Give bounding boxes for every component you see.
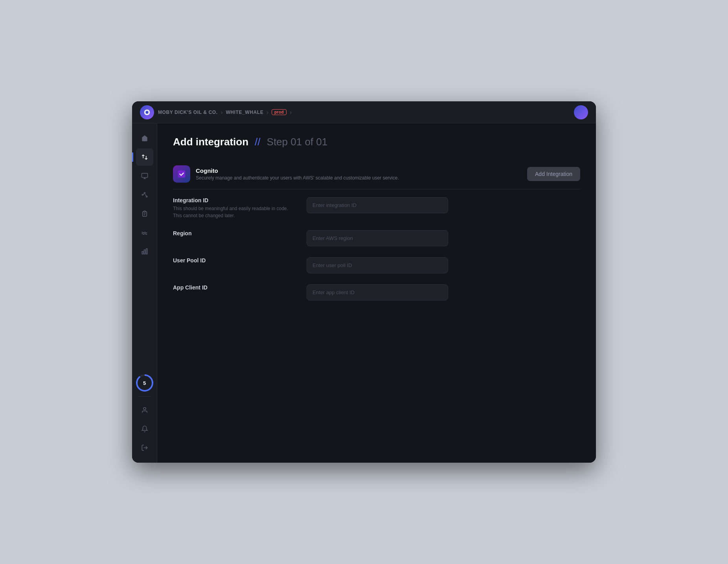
add-integration-button[interactable]: Add Integration [527, 167, 580, 181]
svg-point-10 [143, 407, 146, 410]
svg-point-4 [144, 192, 145, 194]
field-name-region: Region [173, 230, 191, 236]
home-icon [141, 135, 148, 142]
svg-rect-6 [143, 211, 145, 212]
sidebar-item-waves[interactable] [136, 224, 153, 241]
arrows-icon [141, 154, 148, 161]
svg-rect-2 [142, 173, 147, 178]
input-app-client-id[interactable] [307, 284, 448, 300]
sidebar-divider [138, 396, 151, 397]
form-input-wrapper-user-pool-id [307, 257, 448, 273]
form-section: Integration ID This should be meaningful… [173, 197, 580, 300]
input-user-pool-id[interactable] [307, 257, 448, 273]
monitor-icon [141, 172, 148, 179]
form-label-integration-id: Integration ID [173, 197, 291, 203]
waves-icon [141, 229, 148, 236]
svg-point-1 [145, 111, 148, 114]
sidebar-item-notification[interactable] [136, 420, 153, 438]
form-row-region: Region [173, 230, 580, 246]
integration-card: Cognito Securely manage and authenticate… [173, 159, 580, 189]
breadcrumb-project: WHITE_WHALE [226, 110, 263, 115]
field-description-integration-id: This should be meaningful and easily rea… [173, 205, 291, 219]
main-content: Add integration // Step 01 of 01 Cognit [157, 123, 596, 463]
page-title-sep: // [255, 136, 260, 148]
sidebar-item-home[interactable] [136, 130, 153, 147]
form-row-user-pool-id: User Pool ID [173, 257, 580, 273]
sidebar-badge[interactable]: 5 [136, 374, 153, 392]
breadcrumb-sep-1: › [221, 109, 223, 115]
form-label-user-pool-id: User Pool ID [173, 257, 291, 264]
input-region[interactable] [307, 230, 448, 246]
badge-progress-circle: 5 [136, 374, 153, 392]
form-row-integration-id: Integration ID This should be meaningful… [173, 197, 580, 219]
sidebar-item-user[interactable] [136, 401, 153, 419]
input-integration-id[interactable] [307, 197, 448, 213]
clipboard-icon [141, 210, 148, 217]
badge-value: 5 [138, 376, 152, 390]
integration-info: Cognito Securely manage and authenticate… [173, 165, 399, 183]
page-title-main: Add integration [173, 136, 248, 148]
form-label-app-client-id: App Client ID [173, 284, 291, 291]
svg-rect-7 [142, 251, 143, 254]
form-label-region: Region [173, 230, 291, 236]
header-left: MOBY DICK'S OIL & CO. › WHITE_WHALE › pr… [140, 105, 292, 119]
form-label-group-integration-id: Integration ID This should be meaningful… [173, 197, 291, 219]
page-title-sub: Step 01 of 01 [267, 136, 328, 148]
field-name-user-pool-id: User Pool ID [173, 257, 206, 264]
sidebar-item-graph[interactable] [136, 186, 153, 203]
page-title: Add integration // Step 01 of 01 [173, 136, 580, 148]
sidebar: 5 [132, 123, 157, 463]
form-input-wrapper-app-client-id [307, 284, 448, 300]
svg-rect-12 [178, 170, 186, 178]
form-row-app-client-id: App Client ID [173, 284, 580, 300]
notification-icon [141, 425, 148, 432]
integration-description: Securely manage and authenticate your us… [196, 175, 399, 181]
breadcrumb-company: MOBY DICK'S OIL & CO. [158, 110, 218, 115]
svg-point-5 [146, 196, 147, 197]
logout-icon [141, 444, 148, 451]
chart-icon [141, 248, 148, 255]
form-input-wrapper-integration-id [307, 197, 448, 213]
logo-icon [143, 108, 151, 117]
form-label-group-app-client-id: App Client ID [173, 284, 291, 292]
sidebar-top [136, 130, 153, 374]
sidebar-item-clipboard[interactable] [136, 205, 153, 222]
svg-rect-8 [144, 250, 145, 254]
form-label-group-region: Region [173, 230, 291, 238]
env-badge: prod [272, 109, 287, 115]
user-avatar[interactable] [574, 105, 588, 119]
page-header: Add integration // Step 01 of 01 [173, 136, 580, 148]
app-logo [140, 105, 154, 119]
form-label-group-user-pool-id: User Pool ID [173, 257, 291, 265]
sidebar-item-logout[interactable] [136, 439, 153, 456]
integration-name: Cognito [196, 167, 399, 174]
user-icon [141, 407, 148, 414]
integration-icon [173, 165, 190, 183]
cognito-icon [176, 168, 187, 179]
breadcrumb: MOBY DICK'S OIL & CO. › WHITE_WHALE › pr… [158, 109, 292, 115]
integration-text: Cognito Securely manage and authenticate… [196, 167, 399, 181]
svg-point-3 [142, 194, 143, 196]
sidebar-item-monitor[interactable] [136, 167, 153, 185]
field-name-app-client-id: App Client ID [173, 284, 208, 291]
field-name-integration-id: Integration ID [173, 197, 208, 203]
sidebar-bottom: 5 [136, 374, 153, 456]
layout: 5 [132, 123, 596, 463]
breadcrumb-sep-3: › [290, 109, 292, 115]
sidebar-item-integrations[interactable] [136, 148, 153, 166]
svg-rect-9 [146, 249, 147, 254]
app-window: MOBY DICK'S OIL & CO. › WHITE_WHALE › pr… [132, 101, 596, 463]
breadcrumb-sep-2: › [267, 109, 268, 115]
form-input-wrapper-region [307, 230, 448, 246]
graph-icon [141, 191, 148, 198]
sidebar-item-chart[interactable] [136, 243, 153, 260]
header: MOBY DICK'S OIL & CO. › WHITE_WHALE › pr… [132, 101, 596, 123]
